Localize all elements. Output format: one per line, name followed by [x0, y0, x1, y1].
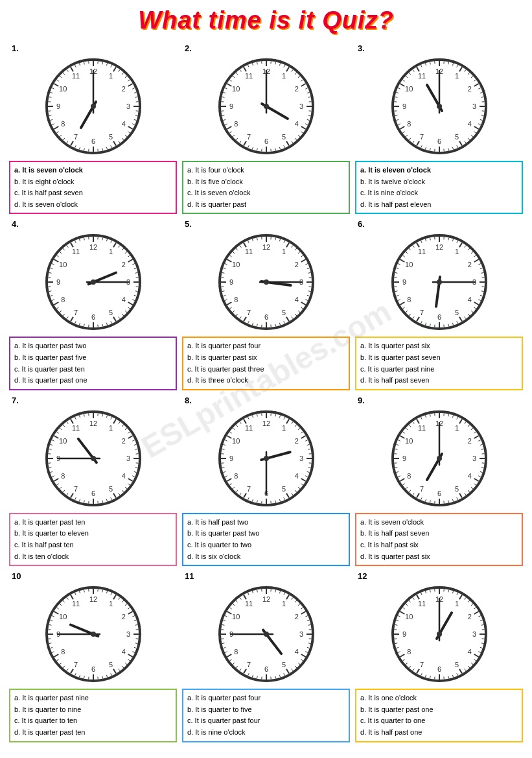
- svg-text:10: 10: [405, 85, 413, 93]
- svg-text:11: 11: [71, 600, 79, 608]
- question-number-2: 2.: [185, 43, 192, 53]
- svg-point-759: [91, 632, 96, 637]
- svg-text:6: 6: [91, 490, 95, 497]
- svg-text:8: 8: [407, 472, 411, 480]
- svg-text:6: 6: [91, 313, 95, 321]
- svg-text:6: 6: [264, 137, 268, 145]
- svg-text:2: 2: [121, 437, 125, 445]
- svg-text:11: 11: [244, 600, 252, 608]
- svg-text:4: 4: [294, 296, 298, 303]
- option-4-3: c. It is quarter past ten: [14, 364, 172, 375]
- svg-text:1: 1: [281, 424, 285, 432]
- svg-text:9: 9: [56, 278, 60, 286]
- svg-text:7: 7: [246, 485, 250, 493]
- option-1-4: d. It is seven o'clock: [14, 199, 172, 211]
- svg-text:5: 5: [454, 133, 458, 141]
- option-8-1: a. It is half past two: [187, 517, 345, 528]
- svg-text:5: 5: [281, 309, 285, 316]
- question-cell-12: 12 121234567891011 a. It is one o'clockb…: [355, 571, 523, 742]
- clock-5: 121234567891011: [214, 230, 318, 334]
- svg-text:11: 11: [244, 72, 252, 80]
- svg-text:8: 8: [61, 296, 65, 303]
- clock-2: 121234567891011: [214, 54, 318, 158]
- svg-text:4: 4: [121, 296, 125, 303]
- question-cell-4: 4. 121234567891011 a. It is quarter past…: [9, 219, 177, 390]
- clock-12: 121234567891011: [387, 582, 491, 686]
- svg-point-75: [91, 104, 96, 109]
- svg-text:2: 2: [467, 613, 471, 621]
- option-9-4: d. It is quarter past six: [360, 551, 518, 563]
- svg-text:4: 4: [467, 648, 471, 656]
- svg-text:7: 7: [246, 133, 250, 141]
- svg-text:6: 6: [437, 313, 441, 321]
- option-3-2: b. It is twelve o'clock: [360, 176, 518, 188]
- svg-text:10: 10: [59, 613, 67, 621]
- svg-text:2: 2: [467, 437, 471, 445]
- option-9-2: b. It is half past seven: [360, 528, 518, 539]
- svg-text:7: 7: [246, 309, 250, 316]
- svg-text:8: 8: [234, 120, 238, 128]
- svg-text:8: 8: [407, 120, 411, 128]
- svg-text:3: 3: [472, 455, 476, 462]
- svg-point-607: [264, 456, 269, 461]
- svg-text:3: 3: [126, 630, 130, 638]
- svg-text:1: 1: [454, 72, 458, 80]
- svg-point-227: [437, 104, 442, 109]
- svg-text:2: 2: [294, 613, 298, 621]
- option-2-2: b. It is five o'clock: [187, 176, 345, 188]
- svg-text:4: 4: [467, 120, 471, 128]
- svg-text:12: 12: [435, 243, 443, 251]
- option-12-3: c. It is quarter to one: [360, 715, 518, 727]
- svg-text:10: 10: [405, 613, 413, 621]
- svg-text:3: 3: [126, 102, 130, 110]
- svg-text:5: 5: [108, 485, 112, 493]
- svg-point-303: [91, 279, 96, 285]
- svg-text:8: 8: [234, 648, 238, 656]
- answer-box-8: a. It is half past twob. It is quarter p…: [182, 513, 350, 566]
- svg-text:1: 1: [454, 600, 458, 608]
- svg-point-683: [437, 456, 442, 461]
- answer-box-3: a. It is eleven o'clockb. It is twelve o…: [355, 161, 523, 214]
- option-7-3: c. It is half past ten: [14, 539, 172, 551]
- option-7-1: a. It is quarter past ten: [14, 517, 172, 528]
- question-cell-7: 7. 121234567891011 a. It is quarter past…: [9, 396, 177, 566]
- question-number-1: 1.: [12, 43, 19, 53]
- svg-text:5: 5: [108, 133, 112, 141]
- svg-text:11: 11: [71, 248, 79, 256]
- option-9-3: c. It is half past six: [360, 539, 518, 551]
- questions-grid: 1. 121234567891011 a. It is seven o'cloc…: [6, 41, 526, 745]
- svg-text:2: 2: [121, 85, 125, 93]
- svg-text:6: 6: [91, 665, 95, 673]
- question-cell-5: 5. 121234567891011 a. It is quarter past…: [182, 219, 350, 390]
- question-number-5: 5.: [185, 219, 192, 229]
- svg-text:10: 10: [59, 85, 67, 93]
- svg-text:10: 10: [405, 437, 413, 445]
- answer-box-10: a. It is quarter past nineb. It is quart…: [9, 689, 177, 742]
- option-6-1: a. It is quarter past six: [360, 340, 518, 352]
- svg-text:2: 2: [467, 261, 471, 268]
- option-6-4: d. It is half past seven: [360, 375, 518, 386]
- option-2-1: a. It is four o'clock: [187, 165, 345, 176]
- svg-text:11: 11: [417, 248, 425, 256]
- svg-point-151: [264, 104, 269, 109]
- svg-text:4: 4: [121, 472, 125, 480]
- svg-point-531: [91, 456, 96, 461]
- svg-text:7: 7: [73, 485, 77, 493]
- option-11-4: d. It is nine o'clock: [187, 727, 345, 739]
- svg-text:2: 2: [121, 261, 125, 268]
- option-2-4: d. It is quarter past: [187, 199, 345, 211]
- svg-text:4: 4: [467, 472, 471, 480]
- svg-text:3: 3: [126, 455, 130, 462]
- answer-box-1: a. It is seven o'clockb. It is eight o'c…: [9, 161, 177, 214]
- question-number-6: 6.: [358, 219, 365, 229]
- option-12-2: b. It is quarter past one: [360, 704, 518, 716]
- question-number-7: 7.: [12, 396, 19, 405]
- answer-box-6: a. It is quarter past sixb. It is quarte…: [355, 337, 523, 390]
- svg-text:9: 9: [229, 102, 233, 110]
- svg-text:11: 11: [417, 72, 425, 80]
- svg-text:5: 5: [454, 309, 458, 316]
- question-cell-9: 9. 121234567891011 a. It is seven o'cloc…: [355, 396, 523, 566]
- svg-text:3: 3: [472, 630, 476, 638]
- svg-text:1: 1: [281, 72, 285, 80]
- svg-text:10: 10: [59, 261, 67, 268]
